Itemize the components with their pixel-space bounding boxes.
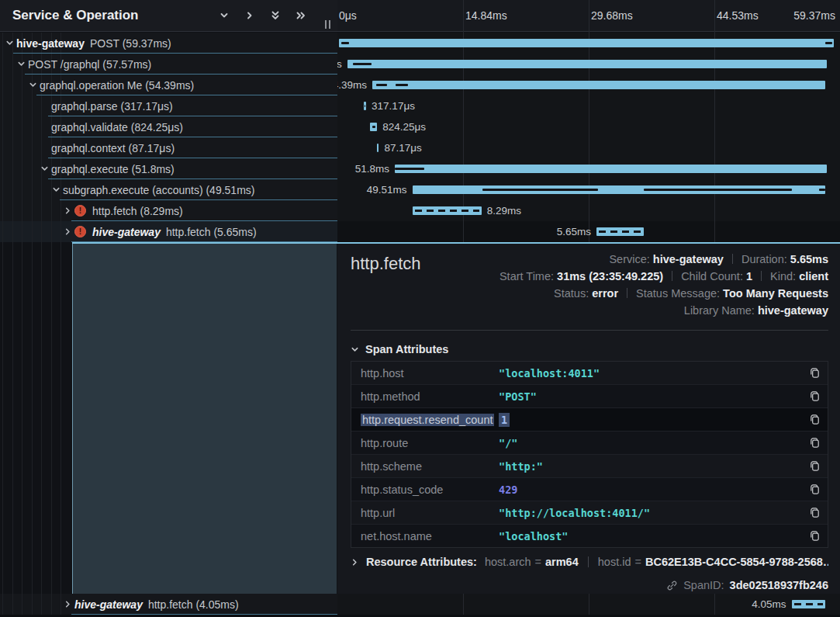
copy-icon[interactable] [809, 367, 821, 379]
span-row-timeline-cell[interactable]: 57.57ms [337, 54, 840, 75]
chevron-down-icon[interactable] [29, 81, 40, 89]
span-row[interactable]: hive-gatewayPOST (59.37ms)59.37ms [0, 33, 840, 54]
span-row[interactable]: POST /graphql (57.57ms)57.57ms [0, 54, 840, 75]
span-bar[interactable] [339, 39, 834, 47]
meta-label: Kind: [770, 270, 799, 283]
meta-divider [732, 254, 733, 264]
copy-icon[interactable] [809, 414, 821, 425]
span-bar[interactable] [792, 600, 826, 608]
span-duration-label: 54.39ms [337, 75, 367, 95]
span-row[interactable]: !http.fetch (8.29ms)8.29ms [0, 200, 840, 221]
chevron-right-icon[interactable] [244, 10, 255, 21]
resource-attributes-row[interactable]: Resource Attributes: host.arch=arm64host… [351, 556, 828, 568]
span-title: http.fetch [351, 254, 421, 274]
chevron-down-icon[interactable] [17, 60, 28, 68]
span-row-name-cell[interactable]: hive-gatewayhttp.fetch (4.05ms) [0, 594, 337, 615]
attribute-value: "/" [499, 437, 517, 449]
attribute-row[interactable]: http.request.resend_count1 [351, 408, 828, 432]
meta-value: 5.65ms [790, 253, 828, 265]
meta-label: Child Count: [681, 270, 746, 283]
attribute-row[interactable]: http.url"http://localhost:4011/" [351, 501, 828, 525]
span-row[interactable]: !hive-gatewayhttp.fetch (5.65ms)5.65ms [0, 221, 840, 242]
span-bar[interactable] [596, 227, 644, 236]
span-row-name-cell[interactable]: graphql.execute (51.8ms) [0, 158, 337, 179]
child-span-mark [353, 63, 372, 65]
span-row-name-cell[interactable]: hive-gatewayPOST (59.37ms) [0, 33, 337, 54]
chevron-down-icon [29, 81, 37, 89]
span-row-timeline-cell[interactable]: 59.37ms [337, 33, 840, 54]
copy-icon[interactable] [809, 390, 821, 402]
span-row-timeline-cell[interactable]: 51.8ms [337, 158, 840, 179]
span-row-timeline-cell[interactable]: 4.05ms [337, 594, 840, 615]
resource-equals: = [535, 556, 541, 568]
timeline-ruler[interactable]: 0μs14.84ms29.68ms44.53ms59.37ms [337, 0, 840, 32]
span-attributes-header[interactable]: Span Attributes [351, 343, 448, 355]
double-chevron-down-icon[interactable] [270, 10, 281, 21]
attribute-row[interactable]: http.status_code429 [351, 478, 828, 501]
attribute-row[interactable]: http.method"POST" [351, 385, 828, 408]
span-row-name-cell[interactable]: !hive-gatewayhttp.fetch (5.65ms) [0, 221, 337, 242]
attribute-row[interactable]: http.route"/" [351, 432, 828, 455]
span-row-name-cell[interactable]: graphql.context (87.17μs) [0, 137, 337, 158]
attribute-row[interactable]: net.host.name"localhost" [351, 525, 828, 547]
span-row[interactable]: subgraph.execute (accounts) (49.51ms)49.… [0, 179, 840, 200]
copy-icon[interactable] [809, 437, 821, 449]
span-bar[interactable] [364, 102, 366, 110]
chevron-down-icon[interactable] [219, 10, 230, 21]
span-meta: Service: hive-gatewayDuration: 5.65msSta… [500, 251, 828, 319]
span-detail-row: http.fetch Service: hive-gatewayDuration… [0, 242, 840, 594]
span-row-timeline-cell[interactable]: 54.39ms [337, 75, 840, 95]
column-resize-handle[interactable] [325, 20, 330, 29]
span-row-name-cell[interactable]: POST /graphql (57.57ms) [0, 54, 337, 75]
double-chevron-right-icon[interactable] [296, 10, 306, 21]
copy-icon[interactable] [809, 530, 821, 542]
chevron-right-icon [64, 206, 72, 215]
meta-value: 1 [746, 270, 752, 283]
span-row-name-cell[interactable]: graphql.operation Me (54.39ms) [0, 75, 337, 95]
span-row-name-cell[interactable]: subgraph.execute (accounts) (49.51ms) [0, 179, 337, 200]
attribute-row[interactable]: http.scheme"http:" [351, 455, 828, 478]
span-row[interactable]: graphql.execute (51.8ms)51.8ms [0, 158, 840, 179]
chevron-down-icon[interactable] [52, 185, 63, 194]
row-border [36, 95, 337, 95]
span-row[interactable]: graphql.parse (317.17μs)317.17μs [0, 95, 840, 116]
row-border [13, 53, 337, 54]
span-row-name-cell[interactable]: !http.fetch (8.29ms) [0, 200, 337, 221]
selected-span-highlight-block [72, 242, 337, 594]
span-bar[interactable] [372, 81, 825, 89]
copy-icon[interactable] [809, 484, 821, 495]
span-row-name-cell[interactable]: graphql.validate (824.25μs) [0, 116, 337, 137]
span-row-timeline-cell[interactable]: 824.25μs [337, 116, 840, 137]
span-row[interactable]: graphql.context (87.17μs)87.17μs [0, 137, 840, 158]
error-icon: ! [74, 226, 86, 237]
span-id-label: SpanID: [683, 579, 724, 591]
span-bar[interactable] [370, 123, 377, 131]
span-row-timeline-cell[interactable]: 317.17μs [337, 95, 840, 116]
span-row-name-cell[interactable]: graphql.parse (317.17μs) [0, 95, 337, 116]
chevron-right-icon[interactable] [64, 600, 74, 608]
span-row[interactable]: graphql.validate (824.25μs)824.25μs [0, 116, 840, 137]
span-bar[interactable] [413, 206, 482, 215]
child-span-dashes [794, 603, 824, 605]
span-bar[interactable] [377, 144, 379, 152]
span-bar[interactable] [395, 165, 827, 173]
chevron-down-icon[interactable] [40, 165, 51, 173]
span-row-timeline-cell[interactable]: 87.17μs [337, 137, 840, 158]
span-bar[interactable] [413, 185, 825, 194]
span-row[interactable]: hive-gatewayhttp.fetch (4.05ms)4.05ms [0, 594, 840, 615]
span-service-name: hive-gateway [74, 598, 143, 611]
chevron-right-icon[interactable] [64, 227, 74, 236]
attribute-row[interactable]: http.host"localhost:4011" [351, 362, 828, 385]
chevron-down-icon[interactable] [5, 39, 16, 47]
span-row-timeline-cell[interactable]: 49.51ms [337, 179, 840, 200]
span-operation-label: http.fetch (8.29ms) [92, 205, 183, 217]
row-border [48, 137, 337, 137]
chevron-right-icon[interactable] [64, 206, 74, 215]
copy-icon[interactable] [809, 460, 821, 472]
span-row-timeline-cell[interactable]: 8.29ms [337, 200, 840, 221]
span-row-timeline-cell[interactable]: 5.65ms [337, 221, 840, 242]
span-bar[interactable] [347, 60, 828, 68]
copy-icon[interactable] [809, 507, 821, 518]
span-row[interactable]: graphql.operation Me (54.39ms)54.39ms [0, 75, 840, 95]
link-icon[interactable] [666, 580, 678, 591]
